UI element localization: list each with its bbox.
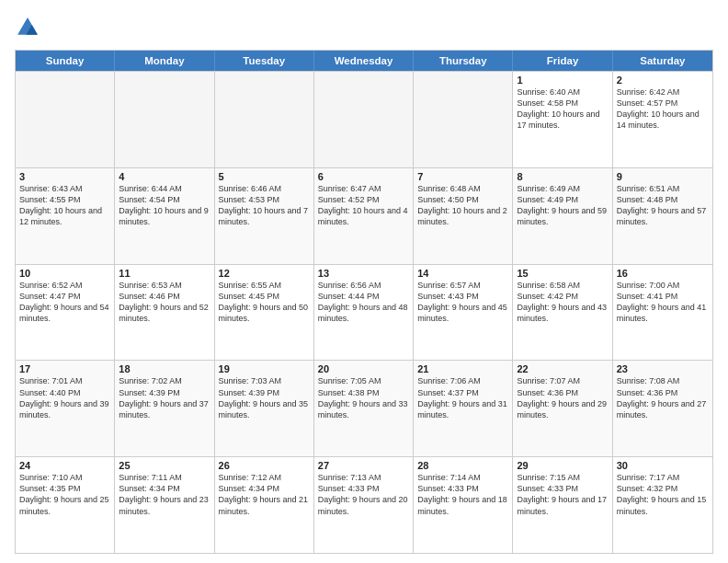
day-number: 24 <box>19 460 110 471</box>
day-info: Sunrise: 6:55 AM Sunset: 4:45 PM Dayligh… <box>219 280 310 325</box>
day-info: Sunrise: 6:44 AM Sunset: 4:54 PM Dayligh… <box>119 183 210 228</box>
day-cell-6: 6Sunrise: 6:47 AM Sunset: 4:52 PM Daylig… <box>314 168 414 264</box>
day-number: 19 <box>219 363 310 374</box>
header <box>15 15 713 40</box>
day-number: 7 <box>417 171 508 182</box>
day-number: 17 <box>19 363 110 374</box>
calendar: SundayMondayTuesdayWednesdayThursdayFrid… <box>15 50 713 554</box>
day-info: Sunrise: 7:14 AM Sunset: 4:33 PM Dayligh… <box>417 472 508 517</box>
day-info: Sunrise: 6:53 AM Sunset: 4:46 PM Dayligh… <box>119 280 210 325</box>
header-cell-tuesday: Tuesday <box>215 51 314 71</box>
day-cell-28: 28Sunrise: 7:14 AM Sunset: 4:33 PM Dayli… <box>414 457 513 553</box>
day-info: Sunrise: 6:49 AM Sunset: 4:49 PM Dayligh… <box>517 183 608 228</box>
empty-cell <box>314 72 414 167</box>
day-info: Sunrise: 7:17 AM Sunset: 4:32 PM Dayligh… <box>617 472 709 517</box>
empty-cell <box>115 72 214 167</box>
calendar-header: SundayMondayTuesdayWednesdayThursdayFrid… <box>16 51 712 71</box>
logo <box>15 15 44 40</box>
empty-cell <box>215 72 314 167</box>
day-cell-13: 13Sunrise: 6:56 AM Sunset: 4:44 PM Dayli… <box>314 265 414 361</box>
day-number: 22 <box>517 363 608 374</box>
empty-cell <box>16 72 115 167</box>
empty-cell <box>414 72 513 167</box>
day-info: Sunrise: 6:57 AM Sunset: 4:43 PM Dayligh… <box>417 280 508 325</box>
day-number: 13 <box>318 268 409 279</box>
day-number: 12 <box>219 268 310 279</box>
day-cell-20: 20Sunrise: 7:05 AM Sunset: 4:38 PM Dayli… <box>314 361 414 456</box>
week-row-5: 24Sunrise: 7:10 AM Sunset: 4:35 PM Dayli… <box>16 456 712 553</box>
day-cell-18: 18Sunrise: 7:02 AM Sunset: 4:39 PM Dayli… <box>115 361 214 456</box>
day-info: Sunrise: 6:47 AM Sunset: 4:52 PM Dayligh… <box>318 183 409 228</box>
day-cell-9: 9Sunrise: 6:51 AM Sunset: 4:48 PM Daylig… <box>613 168 712 264</box>
day-cell-1: 1Sunrise: 6:40 AM Sunset: 4:58 PM Daylig… <box>513 72 612 167</box>
day-number: 6 <box>318 171 409 182</box>
day-info: Sunrise: 7:10 AM Sunset: 4:35 PM Dayligh… <box>19 472 110 517</box>
day-cell-7: 7Sunrise: 6:48 AM Sunset: 4:50 PM Daylig… <box>414 168 513 264</box>
day-cell-3: 3Sunrise: 6:43 AM Sunset: 4:55 PM Daylig… <box>16 168 115 264</box>
calendar-body: 1Sunrise: 6:40 AM Sunset: 4:58 PM Daylig… <box>16 71 712 553</box>
day-number: 5 <box>219 171 310 182</box>
week-row-1: 1Sunrise: 6:40 AM Sunset: 4:58 PM Daylig… <box>16 71 712 167</box>
day-number: 21 <box>417 363 508 374</box>
day-cell-2: 2Sunrise: 6:42 AM Sunset: 4:57 PM Daylig… <box>613 72 712 167</box>
day-info: Sunrise: 7:12 AM Sunset: 4:34 PM Dayligh… <box>219 472 310 517</box>
day-info: Sunrise: 7:03 AM Sunset: 4:39 PM Dayligh… <box>219 375 310 420</box>
day-number: 16 <box>617 268 709 279</box>
header-cell-thursday: Thursday <box>414 51 513 71</box>
day-cell-17: 17Sunrise: 7:01 AM Sunset: 4:40 PM Dayli… <box>16 361 115 456</box>
day-info: Sunrise: 7:06 AM Sunset: 4:37 PM Dayligh… <box>417 375 508 420</box>
day-cell-22: 22Sunrise: 7:07 AM Sunset: 4:36 PM Dayli… <box>513 361 612 456</box>
day-number: 15 <box>517 268 608 279</box>
day-cell-4: 4Sunrise: 6:44 AM Sunset: 4:54 PM Daylig… <box>115 168 214 264</box>
day-info: Sunrise: 7:15 AM Sunset: 4:33 PM Dayligh… <box>517 472 608 517</box>
day-number: 27 <box>318 460 409 471</box>
day-number: 20 <box>318 363 409 374</box>
week-row-4: 17Sunrise: 7:01 AM Sunset: 4:40 PM Dayli… <box>16 360 712 456</box>
week-row-3: 10Sunrise: 6:52 AM Sunset: 4:47 PM Dayli… <box>16 264 712 361</box>
day-info: Sunrise: 6:46 AM Sunset: 4:53 PM Dayligh… <box>219 183 310 228</box>
day-number: 1 <box>517 75 608 86</box>
day-info: Sunrise: 7:11 AM Sunset: 4:34 PM Dayligh… <box>119 472 210 517</box>
day-cell-14: 14Sunrise: 6:57 AM Sunset: 4:43 PM Dayli… <box>414 265 513 361</box>
day-info: Sunrise: 7:02 AM Sunset: 4:39 PM Dayligh… <box>119 375 210 420</box>
day-info: Sunrise: 6:48 AM Sunset: 4:50 PM Dayligh… <box>417 183 508 228</box>
day-cell-24: 24Sunrise: 7:10 AM Sunset: 4:35 PM Dayli… <box>16 457 115 553</box>
day-info: Sunrise: 6:40 AM Sunset: 4:58 PM Dayligh… <box>517 86 608 132</box>
day-cell-19: 19Sunrise: 7:03 AM Sunset: 4:39 PM Dayli… <box>215 361 314 456</box>
day-number: 11 <box>119 268 210 279</box>
day-number: 18 <box>119 363 210 374</box>
day-number: 30 <box>617 460 709 471</box>
day-number: 26 <box>219 460 310 471</box>
day-cell-29: 29Sunrise: 7:15 AM Sunset: 4:33 PM Dayli… <box>513 457 612 553</box>
day-info: Sunrise: 7:00 AM Sunset: 4:41 PM Dayligh… <box>617 280 709 325</box>
day-cell-26: 26Sunrise: 7:12 AM Sunset: 4:34 PM Dayli… <box>215 457 314 553</box>
day-cell-15: 15Sunrise: 6:58 AM Sunset: 4:42 PM Dayli… <box>513 265 612 361</box>
day-number: 4 <box>119 171 210 182</box>
day-info: Sunrise: 7:08 AM Sunset: 4:36 PM Dayligh… <box>617 375 709 420</box>
day-info: Sunrise: 6:52 AM Sunset: 4:47 PM Dayligh… <box>19 280 110 325</box>
day-cell-12: 12Sunrise: 6:55 AM Sunset: 4:45 PM Dayli… <box>215 265 314 361</box>
week-row-2: 3Sunrise: 6:43 AM Sunset: 4:55 PM Daylig… <box>16 167 712 264</box>
header-cell-wednesday: Wednesday <box>314 51 414 71</box>
day-cell-10: 10Sunrise: 6:52 AM Sunset: 4:47 PM Dayli… <box>16 265 115 361</box>
day-number: 3 <box>19 171 110 182</box>
day-number: 10 <box>19 268 110 279</box>
day-info: Sunrise: 7:01 AM Sunset: 4:40 PM Dayligh… <box>19 375 110 420</box>
day-info: Sunrise: 7:07 AM Sunset: 4:36 PM Dayligh… <box>517 375 608 420</box>
day-cell-21: 21Sunrise: 7:06 AM Sunset: 4:37 PM Dayli… <box>414 361 513 456</box>
day-info: Sunrise: 7:13 AM Sunset: 4:33 PM Dayligh… <box>318 472 409 517</box>
day-cell-27: 27Sunrise: 7:13 AM Sunset: 4:33 PM Dayli… <box>314 457 414 553</box>
header-cell-saturday: Saturday <box>613 51 712 71</box>
day-info: Sunrise: 6:43 AM Sunset: 4:55 PM Dayligh… <box>19 183 110 228</box>
day-number: 9 <box>617 171 709 182</box>
day-cell-5: 5Sunrise: 6:46 AM Sunset: 4:53 PM Daylig… <box>215 168 314 264</box>
day-info: Sunrise: 6:51 AM Sunset: 4:48 PM Dayligh… <box>617 183 709 228</box>
day-info: Sunrise: 7:05 AM Sunset: 4:38 PM Dayligh… <box>318 375 409 420</box>
day-cell-11: 11Sunrise: 6:53 AM Sunset: 4:46 PM Dayli… <box>115 265 214 361</box>
page: SundayMondayTuesdayWednesdayThursdayFrid… <box>0 0 728 563</box>
day-cell-16: 16Sunrise: 7:00 AM Sunset: 4:41 PM Dayli… <box>613 265 712 361</box>
day-number: 14 <box>417 268 508 279</box>
day-number: 23 <box>617 363 709 374</box>
header-cell-sunday: Sunday <box>16 51 115 71</box>
day-cell-25: 25Sunrise: 7:11 AM Sunset: 4:34 PM Dayli… <box>115 457 214 553</box>
